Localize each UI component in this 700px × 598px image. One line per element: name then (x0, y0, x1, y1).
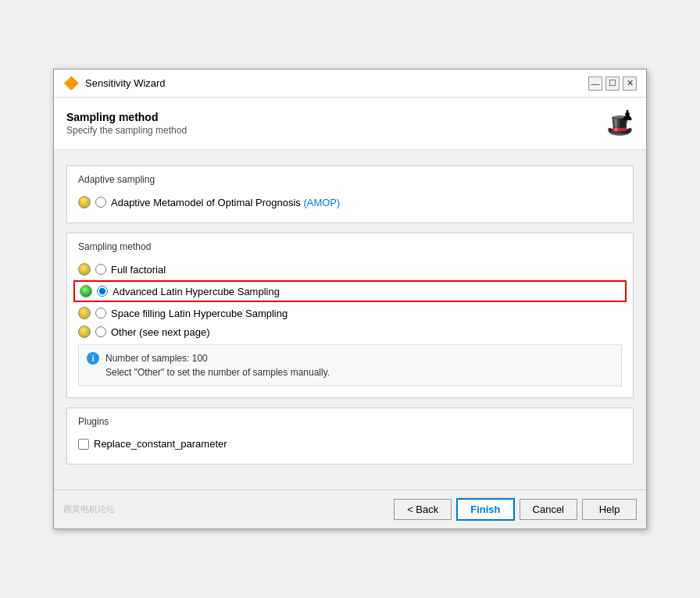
amop-label[interactable]: Adaptive Metamodel of Optimal Prognosis … (111, 197, 340, 208)
other-row: Other (see next page) (78, 322, 622, 341)
space-filling-row: Space filling Latin Hypercube Sampling (78, 304, 622, 322)
adaptive-sampling-amop-row: Adaptive Metamodel of Optimal Prognosis … (78, 193, 622, 212)
info-line2: Select "Other" to set the number of samp… (105, 367, 330, 378)
watermark: 西莫电机论坛 (63, 504, 115, 515)
plugins-section: Plugins Replace_constant_parameter (66, 408, 634, 465)
info-icon: i (87, 352, 99, 365)
advanced-lhs-row: Advanced Latin Hypercube Sampling (73, 280, 627, 302)
header-text: Sampling method Specify the sampling met… (66, 111, 187, 136)
space-filling-radio[interactable] (95, 308, 106, 319)
advanced-lhs-dot (80, 285, 92, 297)
title-bar: 🔶 Sensitivity Wizard — ☐ ✕ (54, 69, 646, 98)
replace-constant-row: Replace_constant_parameter (78, 435, 622, 453)
header-section: Sampling method Specify the sampling met… (54, 98, 646, 150)
amop-radio[interactable] (95, 197, 106, 208)
other-dot (78, 326, 91, 338)
adaptive-sampling-section: Adaptive sampling Adaptive Metamodel of … (66, 166, 634, 223)
full-factorial-label[interactable]: Full factorial (111, 264, 166, 276)
sampling-method-title: Sampling method (78, 241, 622, 252)
advanced-lhs-label[interactable]: Advanced Latin Hypercube Sampling (112, 286, 280, 297)
advanced-lhs-radio[interactable] (97, 286, 108, 297)
title-controls: — ☐ ✕ (588, 77, 637, 91)
amop-status-dot (78, 196, 91, 208)
content-area: Adaptive sampling Adaptive Metamodel of … (54, 150, 646, 489)
main-window: 🔶 Sensitivity Wizard — ☐ ✕ Sampling meth… (53, 69, 647, 529)
info-text: Number of samples: 100 Select "Other" to… (105, 351, 330, 379)
cancel-button[interactable]: Cancel (520, 499, 577, 520)
full-factorial-row: Full factorial (78, 260, 622, 279)
back-button[interactable]: < Back (394, 499, 452, 520)
full-factorial-dot (78, 263, 91, 276)
amop-link[interactable]: (AMOP) (303, 197, 340, 208)
header-icon: 🎩 ♟ (606, 107, 634, 140)
header-subtitle: Specify the sampling method (66, 125, 187, 136)
title-bar-left: 🔶 Sensitivity Wizard (63, 76, 166, 91)
help-button[interactable]: Help (582, 499, 637, 520)
replace-constant-checkbox[interactable] (78, 439, 89, 450)
info-line1: Number of samples: 100 (105, 353, 208, 364)
sampling-method-section: Sampling method Full factorial Advanced … (66, 233, 634, 398)
plugins-title: Plugins (78, 416, 622, 427)
info-box: i Number of samples: 100 Select "Other" … (78, 344, 622, 386)
replace-constant-label[interactable]: Replace_constant_parameter (94, 438, 227, 450)
app-icon: 🔶 (63, 76, 79, 91)
finish-button[interactable]: Finish (456, 498, 514, 521)
space-filling-dot (78, 307, 91, 319)
window-title: Sensitivity Wizard (85, 77, 166, 89)
footer: 西莫电机论坛 < Back Finish Cancel Help (54, 489, 646, 529)
other-label[interactable]: Other (see next page) (111, 326, 209, 338)
adaptive-sampling-title: Adaptive sampling (78, 174, 622, 185)
full-factorial-radio[interactable] (95, 264, 106, 275)
other-radio[interactable] (95, 326, 106, 337)
minimize-button[interactable]: — (588, 77, 602, 91)
space-filling-label[interactable]: Space filling Latin Hypercube Sampling (111, 308, 288, 319)
maximize-button[interactable]: ☐ (605, 77, 620, 91)
close-button[interactable]: ✕ (623, 77, 637, 91)
header-title: Sampling method (66, 111, 187, 123)
